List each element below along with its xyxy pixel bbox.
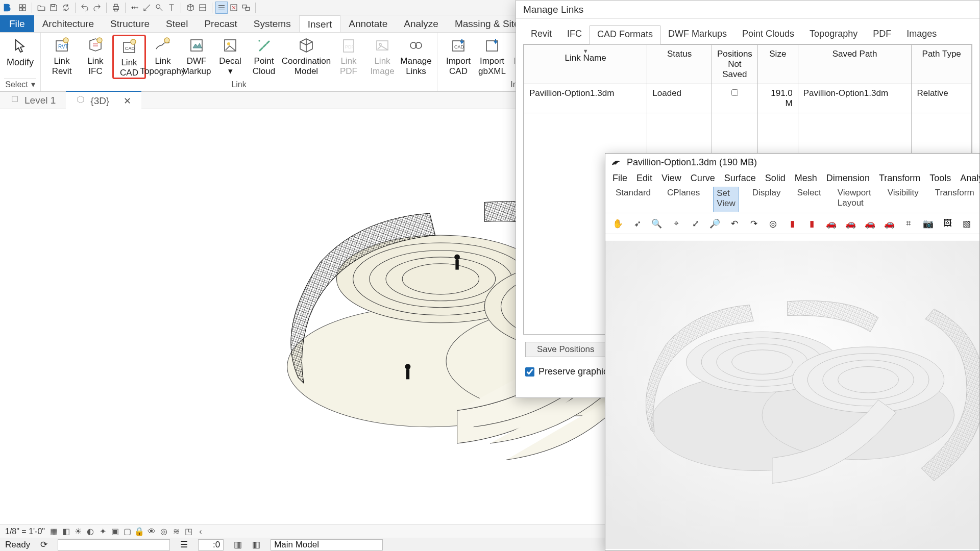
rhino-menu-edit[interactable]: Edit bbox=[636, 173, 652, 184]
modify-button[interactable] bbox=[7, 35, 34, 57]
pan-icon[interactable]: ✋ bbox=[611, 216, 625, 231]
tab-steel[interactable]: Steel bbox=[158, 15, 196, 32]
ribbon-revit-button[interactable]: RVT LinkRevit bbox=[45, 35, 79, 79]
dialog-tab-images[interactable]: Images bbox=[899, 25, 944, 44]
column-positions-not-saved[interactable]: PositionsNot Saved bbox=[712, 45, 757, 84]
qat-3d-icon[interactable] bbox=[184, 2, 197, 14]
highlight-icon[interactable]: ◳ bbox=[184, 527, 193, 536]
qat-redo-icon[interactable] bbox=[91, 2, 103, 14]
crop-icon[interactable]: ▣ bbox=[110, 527, 119, 536]
chevron-left-icon[interactable]: ‹ bbox=[196, 527, 205, 536]
workset-combo[interactable] bbox=[58, 539, 170, 550]
ribbon-topo-button[interactable]: LinkTopography bbox=[146, 35, 180, 79]
ribbon-dwf-button[interactable]: DWFMarkup bbox=[180, 35, 213, 79]
qat-switch-icon[interactable] bbox=[240, 2, 252, 14]
perspective-icon[interactable]: ⌗ bbox=[902, 216, 915, 231]
rhino-menu-surface[interactable]: Surface bbox=[724, 173, 756, 184]
column-status[interactable]: Status bbox=[647, 45, 712, 84]
column-saved-path[interactable]: Saved Path bbox=[798, 45, 912, 84]
editable-only-icon[interactable]: ▥ bbox=[234, 539, 242, 550]
qat-tag-icon[interactable] bbox=[153, 2, 165, 14]
analytical-icon[interactable]: ≋ bbox=[172, 527, 181, 536]
display-mode-icon[interactable]: ▧ bbox=[960, 216, 973, 231]
zoom-extents-icon[interactable]: ⤢ bbox=[689, 216, 702, 231]
view-tab-level1[interactable]: Level 1 bbox=[0, 91, 66, 109]
zoom-selected-icon[interactable]: 🔎 bbox=[708, 216, 722, 231]
model-groups-icon[interactable]: ▥ bbox=[252, 539, 260, 550]
rhino-menu-transform[interactable]: Transform bbox=[879, 173, 920, 184]
ribbon-pcloud-button[interactable]: PointCloud bbox=[247, 35, 281, 79]
column-link-name[interactable]: ▼Link Name bbox=[524, 45, 647, 84]
qat-open-icon[interactable] bbox=[35, 2, 47, 14]
column-size[interactable]: Size bbox=[757, 45, 798, 84]
detail-level-icon[interactable]: ▦ bbox=[49, 527, 58, 536]
qat-thinlines-icon[interactable] bbox=[215, 2, 228, 14]
sun-path-icon[interactable]: ☀ bbox=[74, 527, 83, 536]
rhino-menu-file[interactable]: File bbox=[612, 173, 627, 184]
view-tab-3d[interactable]: {3D}✕ bbox=[66, 91, 141, 110]
set-view-car1-icon[interactable]: 🚗 bbox=[824, 216, 838, 231]
zoom-icon[interactable]: 🔍 bbox=[650, 216, 664, 231]
dialog-tab-topography[interactable]: Topography bbox=[802, 25, 865, 44]
camera-icon[interactable]: 📷 bbox=[921, 216, 935, 231]
qat-text-icon[interactable] bbox=[165, 2, 178, 14]
tab-structure[interactable]: Structure bbox=[102, 15, 158, 32]
rendering-icon[interactable]: ✦ bbox=[98, 527, 107, 536]
tab-analyze[interactable]: Analyze bbox=[396, 15, 447, 32]
temp-hide-icon[interactable]: 👁 bbox=[147, 527, 156, 536]
named-view-icon[interactable]: ◎ bbox=[767, 216, 780, 231]
dialog-tab-revit[interactable]: Revit bbox=[523, 25, 559, 44]
tab-precast[interactable]: Precast bbox=[196, 15, 245, 32]
rhino-tooltab-viewport-layout[interactable]: Viewport Layout bbox=[835, 187, 874, 212]
reveal-icon[interactable]: ◎ bbox=[159, 527, 168, 536]
tab-systems[interactable]: Systems bbox=[246, 15, 299, 32]
positions-checkbox[interactable] bbox=[731, 89, 738, 96]
panel-select-caption[interactable]: Select▾ bbox=[4, 78, 36, 91]
shadows-icon[interactable]: ◐ bbox=[86, 527, 95, 536]
rhino-tooltab-cplanes[interactable]: CPlanes bbox=[664, 187, 703, 212]
render-icon[interactable]: 🖼 bbox=[941, 216, 954, 231]
column-path-type[interactable]: Path Type bbox=[912, 45, 972, 84]
crop-region-icon[interactable]: ▢ bbox=[122, 527, 132, 536]
set-view-red1-icon[interactable]: ▮ bbox=[786, 216, 799, 231]
set-view-car2-icon[interactable]: 🚗 bbox=[844, 216, 857, 231]
rhino-menu-tools[interactable]: Tools bbox=[929, 173, 951, 184]
ribbon-igbxml-button[interactable]: ImportgbXML bbox=[475, 35, 509, 76]
dialog-tab-cad-formats[interactable]: CAD Formats bbox=[590, 26, 660, 44]
rhino-menu-analyze[interactable]: Analyze bbox=[960, 173, 980, 184]
main-model-combo[interactable]: Main Model bbox=[271, 539, 383, 550]
table-row[interactable]: Pavillion-Option1.3dmLoaded191.0 MPavill… bbox=[524, 84, 972, 113]
tab-architecture[interactable]: Architecture bbox=[34, 15, 102, 32]
qat-close-hidden-icon[interactable] bbox=[228, 2, 240, 14]
rhino-menu-mesh[interactable]: Mesh bbox=[795, 173, 817, 184]
ribbon-ifc-button[interactable]: LinkIFC bbox=[79, 35, 112, 79]
rotate-view-icon[interactable]: ➶ bbox=[631, 216, 644, 231]
rhino-tooltab-set-view[interactable]: Set View bbox=[713, 187, 739, 212]
qat-dimension-icon[interactable] bbox=[141, 2, 153, 14]
rhino-menu-dimension[interactable]: Dimension bbox=[826, 173, 870, 184]
tab-insert[interactable]: Insert bbox=[299, 15, 341, 32]
qat-measure-icon[interactable] bbox=[129, 2, 141, 14]
qat-undo-icon[interactable] bbox=[79, 2, 91, 14]
ribbon-decal-button[interactable]: Decal▾ bbox=[213, 35, 247, 79]
rhino-menu-curve[interactable]: Curve bbox=[691, 173, 715, 184]
dialog-tab-pdf[interactable]: PDF bbox=[865, 25, 899, 44]
rhino-viewport[interactable] bbox=[605, 239, 979, 550]
visual-style-icon[interactable]: ◧ bbox=[61, 527, 70, 536]
tab-file[interactable]: File bbox=[0, 15, 34, 32]
set-view-car4-icon[interactable]: 🚗 bbox=[883, 216, 896, 231]
rhino-tooltab-select[interactable]: Select bbox=[794, 187, 824, 212]
qat-print-icon[interactable] bbox=[110, 2, 122, 14]
view-scale[interactable]: 1/8" = 1'-0" bbox=[5, 527, 45, 536]
ribbon-coord-button[interactable]: CoordinationModel bbox=[281, 35, 332, 79]
rhino-menu-solid[interactable]: Solid bbox=[765, 173, 786, 184]
ribbon-icad-button[interactable]: CAD ImportCAD bbox=[442, 35, 475, 76]
dialog-tab-dwf-markups[interactable]: DWF Markups bbox=[660, 25, 734, 44]
qat-save-icon[interactable] bbox=[47, 2, 60, 14]
ribbon-mlinks-button[interactable]: ManageLinks bbox=[399, 35, 433, 79]
set-view-car3-icon[interactable]: 🚗 bbox=[863, 216, 876, 231]
undo-view-icon[interactable]: ↶ bbox=[728, 216, 741, 231]
zoom-window-icon[interactable]: ⌖ bbox=[670, 216, 683, 231]
dialog-tab-ifc[interactable]: IFC bbox=[559, 25, 590, 44]
dialog-tab-point-clouds[interactable]: Point Clouds bbox=[734, 25, 802, 44]
